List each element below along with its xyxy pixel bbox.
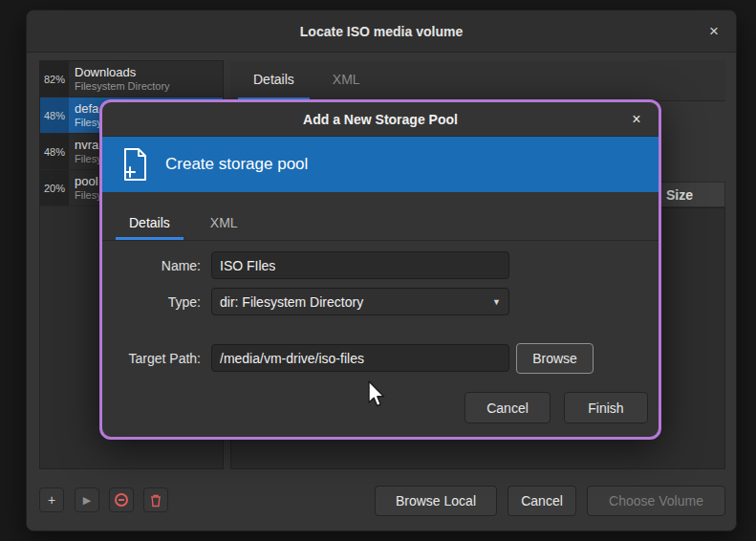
dialog-finish-button[interactable]: Finish — [564, 392, 648, 423]
dialog-close-button[interactable]: × — [624, 107, 649, 132]
dialog-banner: Create storage pool — [102, 137, 659, 192]
browse-local-button[interactable]: Browse Local — [375, 486, 497, 516]
target-path-input[interactable] — [211, 344, 509, 372]
dialog-tabbar: Details XML — [102, 192, 659, 241]
dialog-tab-xml[interactable]: XML — [197, 207, 251, 240]
new-document-icon — [118, 146, 152, 183]
delete-pool-button[interactable] — [143, 487, 168, 512]
type-label: Type: — [102, 288, 201, 316]
pool-usage-badge: 48% — [40, 97, 69, 133]
window-title: Locate ISO media volume — [300, 24, 463, 39]
type-dropdown-value: dir: Filesystem Directory — [220, 294, 363, 310]
pool-detail-tabbar: Details XML — [230, 60, 725, 101]
pool-name: nvra — [75, 138, 102, 153]
pool-subtitle: Filesy — [75, 117, 102, 129]
name-input[interactable] — [211, 251, 509, 279]
dialog-title: Add a New Storage Pool — [303, 112, 458, 127]
dialog-banner-title: Create storage pool — [165, 155, 308, 174]
pool-usage-badge: 48% — [40, 134, 69, 169]
add-storage-pool-dialog: Add a New Storage Pool × Create storage … — [99, 99, 661, 440]
pool-subtitle: Filesy — [75, 189, 102, 202]
cancel-button[interactable]: Cancel — [508, 486, 576, 516]
plus-icon: + — [48, 492, 55, 508]
pool-name: pool — [75, 174, 102, 189]
pool-usage-badge: 20% — [40, 170, 69, 206]
stop-icon — [115, 493, 128, 507]
add-pool-button[interactable]: + — [39, 487, 64, 512]
browse-button[interactable]: Browse — [516, 343, 594, 374]
name-label: Name: — [102, 251, 201, 280]
pool-list-item[interactable]: 82% Downloads Filesystem Directory — [40, 61, 223, 97]
trash-icon — [149, 493, 162, 508]
choose-volume-button[interactable]: Choose Volume — [587, 486, 725, 516]
column-header-size[interactable]: Size — [666, 187, 693, 203]
tab-details[interactable]: Details — [238, 60, 310, 100]
pool-name: Downloads — [75, 65, 170, 80]
window-titlebar[interactable]: Locate ISO media volume × — [27, 11, 736, 53]
pool-name: defa — [75, 101, 102, 117]
type-dropdown[interactable]: dir: Filesystem Directory ▼ — [211, 288, 509, 315]
stop-pool-button[interactable] — [109, 487, 134, 512]
chevron-down-icon: ▼ — [492, 297, 501, 307]
pool-subtitle: Filesy — [75, 153, 102, 165]
dialog-tab-details[interactable]: Details — [116, 207, 184, 240]
dialog-cancel-button[interactable]: Cancel — [464, 392, 551, 423]
start-pool-button[interactable]: ▶ — [75, 487, 99, 512]
window-close-button[interactable]: × — [702, 19, 726, 44]
target-path-label: Target Path: — [102, 344, 201, 373]
pool-subtitle: Filesystem Directory — [75, 80, 170, 93]
play-icon: ▶ — [83, 494, 91, 507]
tab-xml[interactable]: XML — [317, 60, 376, 100]
dialog-titlebar[interactable]: Add a New Storage Pool — [102, 102, 659, 137]
pool-usage-badge: 82% — [40, 61, 69, 97]
